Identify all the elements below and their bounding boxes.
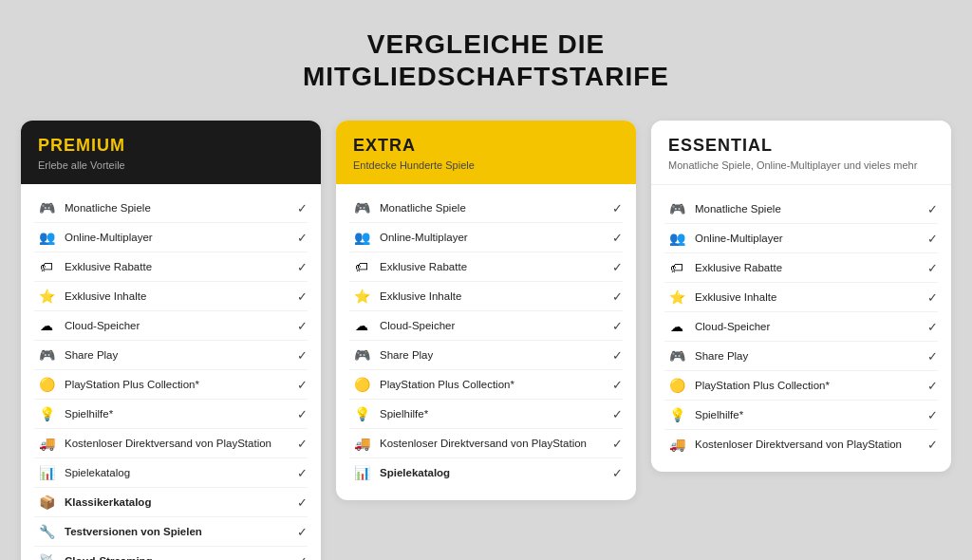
feature-icon-psplus: 🟡 (349, 375, 374, 394)
feature-icon-cloud: ☁ (34, 316, 59, 335)
feature-row: 🚚Kostenloser Direktversand von PlayStati… (349, 429, 623, 458)
feature-row: 📊Spielekatalog✓ (349, 458, 623, 487)
feature-check: ✓ (297, 407, 308, 421)
feature-label: Cloud-Speicher (695, 321, 924, 332)
feature-icon-hints: 💡 (664, 405, 689, 424)
feature-label: Exklusive Rabatte (65, 261, 293, 272)
feature-row: 🎮Monatliche Spiele✓ (664, 195, 938, 224)
feature-row: ☁Cloud-Speicher✓ (664, 312, 938, 342)
feature-icon-trial: 🔧 (34, 522, 59, 541)
feature-label: Klassikerkatalog (65, 496, 293, 508)
feature-row: ⭐Exklusive Inhalte✓ (349, 282, 623, 311)
feature-check: ✓ (927, 290, 938, 305)
feature-label: Exklusive Rabatte (695, 262, 924, 273)
feature-label: Spielhilfe* (380, 408, 608, 420)
page-title: VERGLEICHE DIE MITGLIEDSCHAFTSTARIFE (303, 28, 669, 92)
feature-row: 🎮Monatliche Spiele✓ (349, 194, 623, 223)
feature-check: ✓ (612, 260, 623, 274)
feature-label: PlayStation Plus Collection* (695, 380, 924, 391)
feature-check: ✓ (927, 438, 938, 452)
feature-check: ✓ (927, 408, 938, 422)
feature-row: 📡Cloud-Streaming✓ (34, 547, 308, 560)
feature-check: ✓ (927, 202, 938, 216)
feature-label: PlayStation Plus Collection* (65, 379, 293, 390)
feature-row: 💡Spielhilfe*✓ (349, 400, 623, 429)
card-subtitle-extra: Entdecke Hunderte Spiele (353, 159, 619, 171)
card-body-essential: 🎮Monatliche Spiele✓👥Online-Multiplayer✓🏷… (651, 185, 951, 472)
feature-icon-psplus: 🟡 (664, 376, 689, 395)
feature-check: ✓ (927, 349, 938, 364)
feature-label: Online-Multiplayer (380, 232, 608, 243)
feature-row: 📊Spielekatalog✓ (34, 458, 308, 488)
feature-label: Cloud-Streaming (65, 555, 293, 560)
feature-check: ✓ (612, 466, 623, 480)
feature-icon-shareplay: 🎮 (34, 345, 59, 364)
feature-icon-shareplay: 🎮 (664, 346, 689, 365)
feature-row: 🚚Kostenloser Direktversand von PlayStati… (664, 430, 938, 458)
feature-icon-monthly: 🎮 (349, 198, 374, 217)
feature-icon-hints: 💡 (34, 404, 59, 423)
feature-check: ✓ (297, 466, 308, 480)
feature-row: 🚚Kostenloser Direktversand von PlayStati… (34, 429, 308, 458)
card-premium: PREMIUMErlebe alle Vorteile🎮Monatliche S… (21, 121, 321, 560)
feature-label: Exklusive Inhalte (380, 290, 608, 302)
tier-name-extra: EXTRA (353, 136, 619, 156)
feature-icon-discount: 🏷 (34, 257, 59, 276)
feature-check: ✓ (297, 231, 308, 245)
feature-icon-monthly: 🎮 (664, 199, 689, 218)
card-subtitle-premium: Erlebe alle Vorteile (38, 159, 304, 171)
feature-row: 🏷Exklusive Rabatte✓ (34, 252, 308, 282)
feature-row: 👥Online-Multiplayer✓ (34, 223, 308, 252)
feature-check: ✓ (612, 231, 623, 245)
feature-icon-psplus: 🟡 (34, 375, 59, 394)
feature-row: ⭐Exklusive Inhalte✓ (664, 283, 938, 312)
card-header-premium: PREMIUMErlebe alle Vorteile (21, 121, 321, 184)
feature-check: ✓ (297, 437, 308, 451)
feature-check: ✓ (297, 495, 308, 510)
card-body-premium: 🎮Monatliche Spiele✓👥Online-Multiplayer✓🏷… (21, 184, 321, 560)
feature-label: Monatliche Spiele (65, 202, 293, 214)
feature-row: 🟡PlayStation Plus Collection*✓ (349, 370, 623, 400)
feature-icon-delivery: 🚚 (664, 435, 689, 454)
feature-check: ✓ (612, 319, 623, 333)
feature-check: ✓ (297, 525, 308, 539)
feature-label: Online-Multiplayer (695, 233, 924, 244)
feature-row: 💡Spielhilfe*✓ (664, 401, 938, 430)
feature-check: ✓ (297, 260, 308, 274)
feature-icon-hints: 💡 (349, 404, 374, 423)
feature-icon-exclusive: ⭐ (664, 288, 689, 307)
feature-icon-shareplay: 🎮 (349, 345, 374, 364)
feature-check: ✓ (612, 289, 623, 304)
feature-check: ✓ (297, 201, 308, 215)
feature-label: Kostenloser Direktversand von PlayStatio… (65, 438, 293, 449)
feature-icon-delivery: 🚚 (349, 434, 374, 453)
feature-row: 👥Online-Multiplayer✓ (349, 223, 623, 252)
feature-check: ✓ (612, 378, 623, 392)
feature-label: Spielekatalog (380, 467, 608, 478)
feature-label: Kostenloser Direktversand von PlayStatio… (380, 438, 608, 449)
tier-name-essential: ESSENTIAL (668, 136, 934, 156)
feature-label: Testversionen von Spielen (65, 526, 293, 537)
feature-row: 🎮Share Play✓ (664, 342, 938, 371)
feature-row: ☁Cloud-Speicher✓ (349, 311, 623, 341)
feature-icon-cloud: ☁ (664, 317, 689, 336)
feature-label: Share Play (695, 350, 924, 362)
feature-row: 🏷Exklusive Rabatte✓ (349, 252, 623, 282)
feature-icon-delivery: 🚚 (34, 434, 59, 453)
cards-container: PREMIUMErlebe alle Vorteile🎮Monatliche S… (21, 121, 951, 560)
feature-check: ✓ (297, 554, 308, 560)
card-essential: ESSENTIALMonatliche Spiele, Online-Multi… (651, 121, 951, 472)
feature-check: ✓ (927, 261, 938, 275)
feature-icon-streaming: 📡 (34, 551, 59, 560)
feature-row: ⭐Exklusive Inhalte✓ (34, 282, 308, 311)
feature-label: Spielhilfe* (695, 409, 924, 420)
feature-row: 🟡PlayStation Plus Collection*✓ (664, 371, 938, 401)
feature-check: ✓ (927, 320, 938, 334)
feature-label: Online-Multiplayer (65, 232, 293, 243)
feature-check: ✓ (297, 289, 308, 304)
feature-label: PlayStation Plus Collection* (380, 379, 608, 390)
feature-icon-exclusive: ⭐ (34, 287, 59, 306)
card-body-extra: 🎮Monatliche Spiele✓👥Online-Multiplayer✓🏷… (336, 184, 636, 500)
feature-row: 🎮Share Play✓ (34, 341, 308, 370)
feature-label: Exklusive Rabatte (380, 261, 608, 272)
